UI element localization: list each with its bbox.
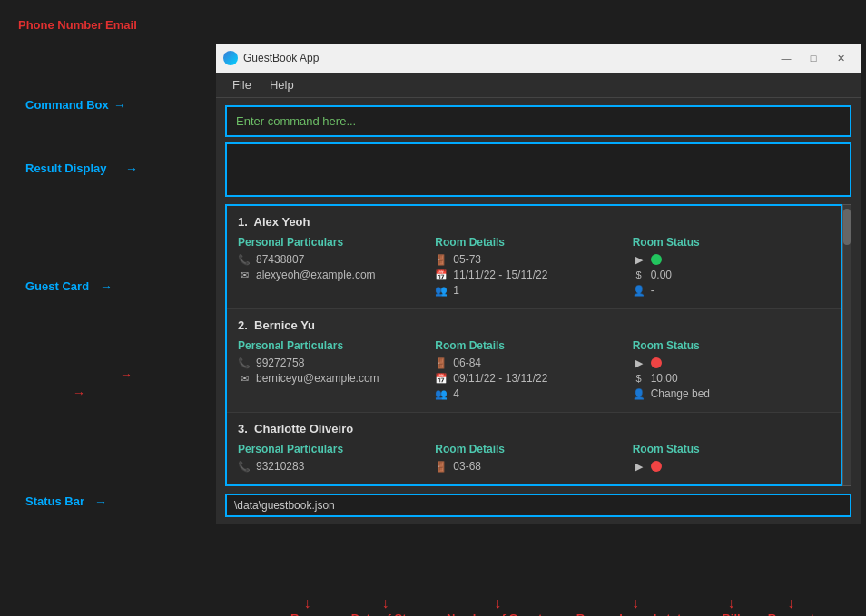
room-icon-2: 🚪 xyxy=(435,357,448,369)
guest-2-status: Room Status ▶ $ 10.00 👤 xyxy=(633,339,830,403)
guest-2-name: 2. Bernice Yu xyxy=(238,318,830,332)
minimize-button[interactable]: — xyxy=(773,49,799,67)
bill-annotation: ↓ Bill xyxy=(722,594,740,616)
guest-1-phone-row: 📞 87438807 xyxy=(238,253,435,266)
guest-1-request-row: 👤 - xyxy=(633,284,830,297)
request-annotation: ↓ Request xyxy=(768,594,814,616)
result-display xyxy=(225,142,851,197)
guest-2-phone-row: 📞 99272758 xyxy=(238,357,435,369)
guests-icon-2: 👥 xyxy=(435,387,448,400)
calendar-icon: 📅 xyxy=(435,269,448,281)
scrollbar-thumb xyxy=(843,209,851,245)
guests-icon: 👥 xyxy=(435,284,448,297)
bill-icon-2: $ xyxy=(633,372,645,385)
guest-1-clean-row: ▶ xyxy=(633,253,830,266)
guest-2-bill-row: $ 10.00 xyxy=(633,372,830,385)
phone-icon-3: 📞 xyxy=(238,460,251,473)
guest-3-status: Room Status ▶ xyxy=(633,443,830,475)
app-icon xyxy=(223,51,238,65)
guest-1-status: Room Status ▶ $ 0.00 👤 xyxy=(633,236,830,299)
bill-icon: $ xyxy=(633,269,645,281)
room-icon-3: 🚪 xyxy=(435,460,448,473)
phone-icon-2: 📞 xyxy=(238,357,251,369)
guest-3-room-row: 🚪 03-68 xyxy=(435,460,632,473)
guest-1-dates-row: 📅 11/11/22 - 15/11/22 xyxy=(435,269,632,281)
room-cleaned-annotation: ↓ Room cleaned status xyxy=(576,594,695,616)
command-box-annotation-label: Command Box xyxy=(25,98,109,112)
guest-1-bill-row: $ 0.00 xyxy=(633,269,830,281)
guest-3-personal: Personal Particulars 📞 93210283 xyxy=(238,443,435,475)
guest-2-room: Room Details 🚪 06-84 📅 09/11/22 - 13/11/… xyxy=(435,339,632,403)
clean-icon-2: ▶ xyxy=(633,357,645,369)
guest-list: 1. Alex Yeoh Personal Particulars 📞 8743… xyxy=(225,204,842,486)
scrollbar[interactable] xyxy=(842,204,851,486)
guest-3-clean-row: ▶ xyxy=(633,460,830,473)
room-icon: 🚪 xyxy=(435,253,448,266)
app-window: GuestBook App — □ ✕ File Help xyxy=(216,44,861,524)
num-guests-annotation: ↓ Number of Guests xyxy=(447,594,549,616)
guest-2-clean-row: ▶ xyxy=(633,357,830,369)
phone-number-annotation-label: Phone Number xyxy=(18,18,102,32)
guest-2-request-row: 👤 Change bed xyxy=(633,387,830,400)
menu-help[interactable]: Help xyxy=(261,74,303,95)
status-bar-arrow: → xyxy=(94,494,107,509)
phone-icon: 📞 xyxy=(238,253,251,266)
email-icon-2: ✉ xyxy=(238,372,251,385)
guest-3-name: 3. Charlotte Oliveiro xyxy=(238,422,830,435)
guest-1-guests-row: 👥 1 xyxy=(435,284,632,297)
clean-icon: ▶ xyxy=(633,253,645,266)
result-display-annotation-label: Result Display xyxy=(25,161,107,175)
guest-2-dates-row: 📅 09/11/22 - 13/11/22 xyxy=(435,372,632,385)
guest-2-room-row: 🚪 06-84 xyxy=(435,357,632,369)
result-display-arrow: → xyxy=(125,161,138,176)
guest-1-personal: Personal Particulars 📞 87438807 ✉ alexye… xyxy=(238,236,435,299)
title-bar: GuestBook App — □ ✕ xyxy=(216,44,861,73)
guest-2-email-row: ✉ berniceyu@example.com xyxy=(238,372,435,385)
command-input[interactable] xyxy=(225,105,851,137)
guest-1-room-row: 🚪 05-73 xyxy=(435,253,632,266)
request-icon-2: 👤 xyxy=(633,387,645,400)
guest-3-phone-row: 📞 93210283 xyxy=(238,460,435,473)
app-body: 1. Alex Yeoh Personal Particulars 📞 8743… xyxy=(216,98,861,524)
guest-card-annotation-label: Guest Card xyxy=(25,279,89,293)
clean-icon-3: ▶ xyxy=(633,460,645,473)
command-box-arrow: → xyxy=(113,98,126,112)
guest-1-email-row: ✉ alexyeoh@example.com xyxy=(238,269,435,281)
email-arrow: → xyxy=(73,386,85,400)
guest-2-guests-row: 👥 4 xyxy=(435,387,632,400)
guest-3-room: Room Details 🚪 03-68 xyxy=(435,443,632,475)
guest-1-room: Room Details 🚪 05-73 📅 11/11/22 - 15/11/… xyxy=(435,236,632,299)
window-controls: — □ ✕ xyxy=(773,49,853,67)
guest-2-status-dot xyxy=(651,357,662,368)
guest-1-status-dot xyxy=(651,254,662,265)
guest-3-status-dot xyxy=(651,461,662,472)
request-icon: 👤 xyxy=(633,284,645,297)
maximize-button[interactable]: □ xyxy=(801,49,826,67)
guest-2-personal: Personal Particulars 📞 99272758 ✉ bernic… xyxy=(238,339,435,403)
guest-card-arrow: → xyxy=(100,279,113,294)
email-icon: ✉ xyxy=(238,269,251,281)
guest-list-container: 1. Alex Yeoh Personal Particulars 📞 8743… xyxy=(225,204,851,486)
room-annotation: ↓ Room xyxy=(290,594,324,616)
email-annotation-label: Email xyxy=(105,18,137,32)
guest-card-1: 1. Alex Yeoh Personal Particulars 📞 8743… xyxy=(227,206,841,309)
command-box-wrapper xyxy=(225,105,851,137)
close-button[interactable]: ✕ xyxy=(828,49,853,67)
calendar-icon-2: 📅 xyxy=(435,372,448,385)
app-title: GuestBook App xyxy=(243,52,319,64)
guest-card-2: 2. Bernice Yu Personal Particulars 📞 992… xyxy=(227,309,841,413)
phone-number-arrow: → xyxy=(120,367,133,382)
menu-file[interactable]: File xyxy=(223,74,261,95)
date-annotation: ↓ Date of Stay xyxy=(351,594,419,616)
menu-bar: File Help xyxy=(216,73,861,98)
bottom-annotations: ↓ Room ↓ Date of Stay ↓ Number of Guests… xyxy=(290,594,814,616)
status-bar: \data\guestbook.json xyxy=(225,494,851,517)
guest-1-name: 1. Alex Yeoh xyxy=(238,215,830,229)
guest-card-3: 3. Charlotte Oliveiro Personal Particula… xyxy=(227,413,841,484)
status-bar-annotation-label: Status Bar xyxy=(25,494,84,508)
